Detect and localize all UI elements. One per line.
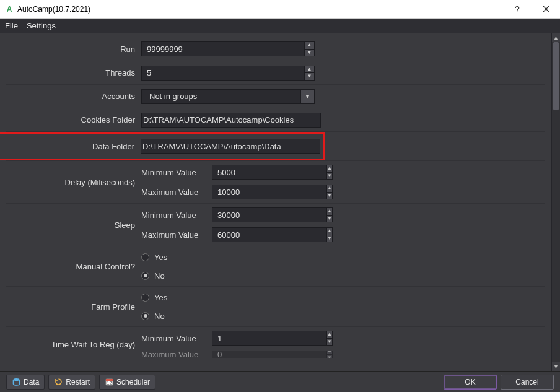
- row-farm-profile: Farm Profile Yes No: [6, 286, 545, 326]
- menu-file[interactable]: File: [5, 21, 18, 30]
- menu-settings[interactable]: Settings: [27, 21, 56, 30]
- farm-profile-yes[interactable]: Yes: [141, 290, 545, 304]
- threads-spin-down[interactable]: ▼: [305, 72, 315, 81]
- row-time-wait-reg: Time Wait To Reg (day) Minimum Value ▲▼ …: [6, 326, 545, 359]
- titlebar: A AutoCamp(10.7.2021) ?: [0, 0, 560, 19]
- vertical-scrollbar[interactable]: ▲ ▼: [551, 33, 560, 371]
- database-icon: [12, 378, 20, 386]
- bottombar: Data Restart 12 Scheduler OK Cancel: [0, 371, 560, 392]
- row-accounts: Accounts ▼: [6, 84, 545, 108]
- reg-min-input[interactable]: [212, 331, 327, 346]
- radio-icon: [141, 272, 149, 280]
- label-farm-profile: Farm Profile: [6, 302, 141, 311]
- run-spin-up[interactable]: ▲: [305, 41, 315, 49]
- scroll-down-button[interactable]: ▼: [552, 362, 560, 371]
- row-run: Run ▲ ▼: [6, 37, 545, 61]
- app-icon: A: [5, 5, 14, 14]
- delay-min-down[interactable]: ▼: [327, 172, 333, 180]
- label-threads: Threads: [6, 68, 141, 77]
- sleep-min-down[interactable]: ▼: [327, 215, 333, 223]
- threads-spin-up[interactable]: ▲: [305, 66, 315, 73]
- run-spin-down[interactable]: ▼: [305, 49, 315, 57]
- label-sleep: Sleep: [6, 220, 141, 230]
- delay-max-input[interactable]: [212, 185, 327, 199]
- help-button[interactable]: ?: [503, 0, 532, 19]
- restart-icon: [54, 378, 63, 386]
- radio-icon: [141, 253, 149, 261]
- close-button[interactable]: [532, 0, 560, 19]
- cancel-button-label: Cancel: [515, 378, 538, 386]
- content-area: Run ▲ ▼ Threads: [0, 33, 560, 371]
- scroll-track[interactable]: [552, 42, 560, 362]
- delay-min-up[interactable]: ▲: [327, 165, 333, 172]
- form-scroll-region: Run ▲ ▼ Threads: [0, 33, 551, 371]
- reg-min-down[interactable]: ▼: [327, 338, 333, 346]
- manual-control-yes[interactable]: Yes: [141, 250, 545, 264]
- radio-icon: [141, 294, 149, 302]
- label-delay-max: Maximum Value: [141, 188, 206, 197]
- reg-min-up[interactable]: ▲: [327, 331, 333, 338]
- sleep-max-input[interactable]: [212, 227, 327, 242]
- radio-label-yes: Yes: [154, 293, 167, 302]
- row-cookies-folder: Cookies Folder: [6, 108, 545, 131]
- sleep-min-input[interactable]: [212, 207, 327, 222]
- row-data-folder: Data Folder: [6, 131, 545, 160]
- label-data-folder: Data Folder: [0, 142, 141, 151]
- radio-label-no: No: [154, 311, 165, 321]
- accounts-select[interactable]: [141, 89, 301, 104]
- radio-label-no: No: [154, 271, 165, 281]
- label-sleep-max: Maximum Value: [141, 230, 206, 240]
- scroll-up-button[interactable]: ▲: [552, 33, 560, 42]
- threads-input[interactable]: [141, 66, 305, 81]
- label-manual-control: Manual Control?: [6, 262, 141, 271]
- reg-max-input[interactable]: [212, 351, 327, 358]
- sleep-max-up[interactable]: ▲: [327, 227, 333, 235]
- label-cookies-folder: Cookies Folder: [6, 115, 141, 124]
- scheduler-button[interactable]: 12 Scheduler: [99, 375, 155, 390]
- restart-button-label: Restart: [66, 378, 90, 386]
- scheduler-button-label: Scheduler: [116, 378, 150, 386]
- label-delay: Delay (Miliseconds): [6, 178, 141, 187]
- calendar-icon: 12: [105, 378, 113, 386]
- svg-text:12: 12: [107, 381, 112, 385]
- manual-control-no[interactable]: No: [141, 269, 545, 282]
- svg-point-0: [13, 378, 19, 381]
- data-folder-highlight: Data Folder: [0, 132, 325, 160]
- label-sleep-min: Minimum Value: [141, 211, 206, 220]
- row-delay: Delay (Miliseconds) Minimum Value ▲▼ Max…: [6, 160, 545, 203]
- radio-label-yes: Yes: [154, 253, 167, 262]
- scroll-thumb[interactable]: [553, 42, 559, 110]
- label-reg-min: Minimum Value: [141, 334, 206, 343]
- label-accounts: Accounts: [6, 92, 141, 101]
- data-folder-input[interactable]: [141, 139, 320, 154]
- sleep-min-up[interactable]: ▲: [327, 207, 333, 215]
- delay-min-input[interactable]: [212, 165, 327, 180]
- menubar: File Settings: [0, 19, 560, 33]
- cookies-folder-input[interactable]: [141, 113, 321, 128]
- accounts-dropdown-button[interactable]: ▼: [301, 89, 315, 104]
- restart-button[interactable]: Restart: [48, 375, 95, 390]
- label-delay-min: Minimum Value: [141, 168, 206, 177]
- radio-icon: [141, 312, 149, 320]
- cancel-button[interactable]: Cancel: [501, 375, 554, 390]
- delay-max-down[interactable]: ▼: [327, 192, 333, 200]
- farm-profile-no[interactable]: No: [141, 309, 545, 323]
- data-button[interactable]: Data: [6, 375, 45, 390]
- row-threads: Threads ▲ ▼: [6, 61, 545, 84]
- ok-button[interactable]: OK: [444, 375, 497, 390]
- reg-max-down[interactable]: ▼: [327, 354, 333, 359]
- delay-max-up[interactable]: ▲: [327, 185, 333, 192]
- label-reg-max: Maximum Value: [141, 351, 206, 358]
- run-input[interactable]: [141, 41, 305, 56]
- data-button-label: Data: [24, 378, 39, 386]
- label-time-wait-reg: Time Wait To Reg (day): [6, 340, 141, 349]
- sleep-max-down[interactable]: ▼: [327, 235, 333, 243]
- ok-button-label: OK: [465, 378, 475, 386]
- row-sleep: Sleep Minimum Value ▲▼ Maximum Value ▲▼: [6, 203, 545, 246]
- label-run: Run: [6, 45, 141, 54]
- window-title: AutoCamp(10.7.2021): [17, 5, 90, 14]
- row-manual-control: Manual Control? Yes No: [6, 246, 545, 286]
